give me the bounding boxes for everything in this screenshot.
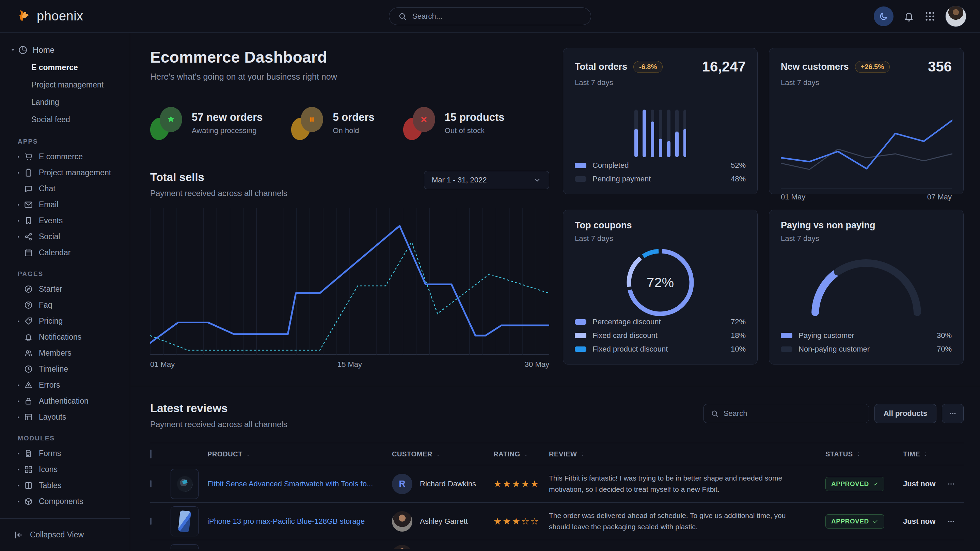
- caret-right-icon: [16, 399, 22, 404]
- legend-row-fixed-product-discount: Fixed product discount 10%: [575, 342, 746, 356]
- top-coupons-card: Top coupons Last 7 days 72% Percentage d…: [563, 210, 758, 365]
- sidebar-item-social-feed[interactable]: Social feed: [0, 111, 130, 128]
- sidebar-item-errors[interactable]: Errors: [0, 377, 130, 393]
- column-header-customer[interactable]: CUSTOMER: [392, 450, 493, 458]
- sidebar-item-pricing[interactable]: Pricing: [0, 313, 130, 329]
- legend-row-fixed-card-discount: Fixed card discount 18%: [575, 329, 746, 342]
- coupons-legend: Percentage discount 72% Fixed card disco…: [575, 315, 746, 356]
- caret-right-icon: [16, 170, 22, 176]
- sidebar-item-layouts[interactable]: Layouts: [0, 409, 130, 425]
- new-customers-chart: [781, 105, 952, 183]
- review-text: The order was delivered ahead of schedul…: [549, 510, 826, 532]
- row-menu-button[interactable]: [947, 480, 964, 488]
- sidebar-item-label: Calendar: [39, 248, 70, 257]
- change-badge: -6.8%: [633, 61, 663, 73]
- reviews-table: PRODUCTCUSTOMERRATINGREVIEWSTATUSTIME Fi…: [150, 443, 964, 549]
- sidebar-item-social[interactable]: Social: [0, 229, 130, 245]
- caret-right-icon: [16, 202, 22, 208]
- sidebar-item-tables[interactable]: Tables: [0, 478, 130, 494]
- collapse-icon: [14, 530, 24, 540]
- status-badge: APPROVED: [826, 514, 884, 529]
- caret-right-icon: [16, 467, 22, 472]
- column-header-status[interactable]: STATUS: [826, 450, 903, 458]
- sidebar-item-project-management[interactable]: Project management: [0, 76, 130, 94]
- row-menu-button[interactable]: [947, 517, 964, 526]
- orders-bar-chart: [563, 110, 757, 157]
- sidebar-item-label: Forms: [39, 449, 61, 458]
- sort-icon: [435, 451, 441, 457]
- table-row: iPhone 13 pro max-Pacific Blue-128GB sto…: [150, 503, 964, 540]
- legend-swatch: [575, 163, 586, 168]
- search-input[interactable]: [412, 12, 582, 21]
- clipboard-icon: [23, 168, 33, 177]
- legend-swatch: [575, 176, 586, 182]
- sidebar-item-icons[interactable]: Icons: [0, 462, 130, 478]
- column-header-product[interactable]: PRODUCT: [170, 450, 392, 458]
- column-header-rating[interactable]: RATING: [493, 450, 549, 458]
- sidebar-item-timeline[interactable]: Timeline: [0, 361, 130, 377]
- sidebar-item-authentication[interactable]: Authentication: [0, 393, 130, 409]
- sidebar-item-email[interactable]: Email: [0, 197, 130, 213]
- legend-value: 18%: [731, 331, 746, 340]
- sort-icon: [523, 451, 529, 457]
- card-title: Paying vs non paying: [781, 220, 875, 231]
- sidebar-item-components[interactable]: Components: [0, 494, 130, 510]
- sidebar-item-landing[interactable]: Landing: [0, 94, 130, 111]
- select-all-checkbox[interactable]: [150, 449, 151, 459]
- sidebar-item-project-management[interactable]: Project management: [0, 165, 130, 181]
- sidebar-item-members[interactable]: Members: [0, 345, 130, 361]
- apps-menu-button[interactable]: [924, 11, 936, 22]
- sidebar-item-starter[interactable]: Starter: [0, 281, 130, 297]
- user-avatar[interactable]: [945, 6, 966, 27]
- sidebar-item-notifications[interactable]: Notifications: [0, 329, 130, 345]
- stat-label: Awating processing: [192, 126, 262, 135]
- page-subtitle: Here's what's going on at your business …: [150, 72, 549, 82]
- axis-tick: 01 May: [781, 193, 805, 202]
- date-range-select[interactable]: Mar 1 - 31, 2022: [424, 171, 549, 189]
- stat-5-orders: 5 orders On hold: [291, 106, 374, 140]
- column-header-review[interactable]: REVIEW: [549, 450, 826, 458]
- sidebar-item-forms[interactable]: Forms: [0, 446, 130, 462]
- axis-tick: 07 May: [927, 193, 952, 202]
- sidebar-item-faq[interactable]: Faq: [0, 297, 130, 313]
- sidebar-item-calendar[interactable]: Calendar: [0, 245, 130, 261]
- review-time: Just now: [903, 480, 947, 488]
- legend-label: Paying customer: [799, 331, 854, 340]
- column-header-time[interactable]: TIME: [903, 450, 947, 458]
- top-navbar: phoenix: [0, 0, 980, 33]
- global-search[interactable]: [389, 8, 591, 25]
- sidebar-item-chat[interactable]: Chat: [0, 181, 130, 197]
- sidebar-item-label: Social: [39, 232, 60, 241]
- search-icon: [711, 410, 719, 418]
- legend-label: Pending payment: [592, 175, 651, 183]
- sidebar-item-e-commerce[interactable]: E commerce: [0, 149, 130, 165]
- product-link[interactable]: iPhone 13 pro max-Pacific Blue-128GB sto…: [207, 517, 365, 526]
- reviews-search-input[interactable]: [724, 409, 862, 418]
- reviews-more-button[interactable]: [942, 404, 964, 423]
- sidebar-item-label: Timeline: [39, 365, 68, 374]
- product-thumbnail[interactable]: [170, 469, 199, 499]
- axis-tick: 15 May: [337, 360, 362, 369]
- sidebar-item-e-commerce[interactable]: E commerce: [0, 59, 130, 76]
- sidebar-item-label: Pricing: [39, 316, 63, 326]
- sidebar-section-apps: APPS: [0, 128, 130, 149]
- card-period: Last 7 days: [575, 78, 746, 87]
- sidebar-item-home[interactable]: Home: [0, 41, 130, 59]
- product-thumbnail[interactable]: [170, 507, 199, 537]
- all-products-button[interactable]: All products: [875, 404, 936, 423]
- caret-right-icon: [16, 383, 22, 388]
- caret-right-icon: [16, 414, 22, 420]
- check-icon: [872, 481, 878, 487]
- theme-toggle-button[interactable]: [874, 6, 894, 26]
- axis-tick: 01 May: [150, 360, 175, 369]
- sidebar-item-events[interactable]: Events: [0, 213, 130, 229]
- brand[interactable]: phoenix: [15, 8, 83, 24]
- row-checkbox[interactable]: [150, 518, 151, 525]
- product-link[interactable]: Fitbit Sense Advanced Smartwatch with To…: [207, 480, 373, 488]
- caret-right-icon: [16, 499, 22, 504]
- row-checkbox[interactable]: [150, 480, 151, 487]
- notifications-button[interactable]: [903, 11, 915, 22]
- reviews-search[interactable]: [703, 404, 869, 423]
- legend-label: Completed: [592, 161, 628, 170]
- collapsed-view-toggle[interactable]: Collapsed View: [0, 518, 130, 551]
